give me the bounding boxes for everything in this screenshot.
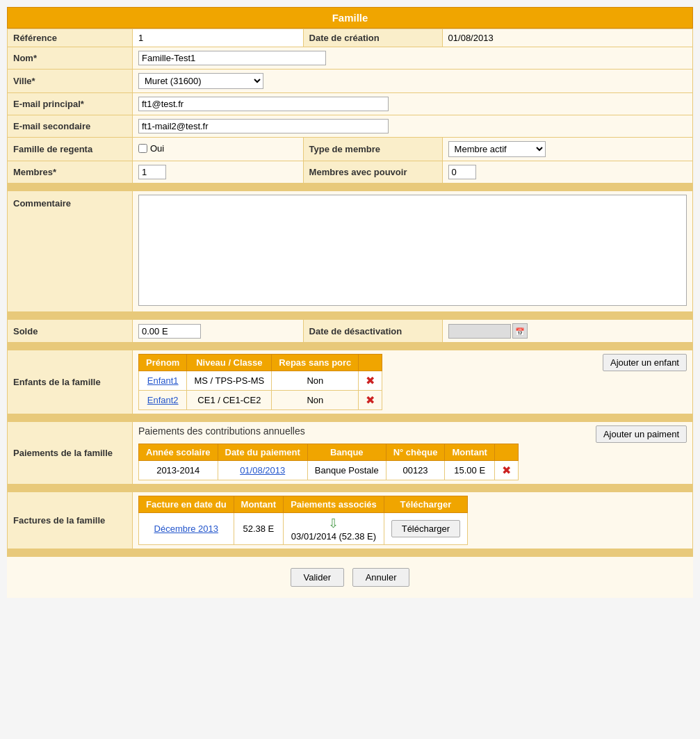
paiements-col-date: Date du paiement — [218, 444, 307, 461]
telecharger-button[interactable]: Télécharger — [391, 520, 460, 537]
commentaire-cell — [133, 191, 693, 312]
paiements-title: Paiements des contributions annuelles — [138, 425, 519, 437]
table-row: Décembre 2013 52.38 E ⇩ 03/01/2014 (52.3… — [139, 513, 468, 545]
membres-pouvoir-label: Membres avec pouvoir — [303, 161, 442, 184]
paiement1-banque: Banque Postale — [307, 461, 386, 480]
type-membre-select[interactable]: Membre actif — [448, 141, 546, 157]
table-row: Enfant2 CE1 / CE1-CE2 Non ✖ — [139, 391, 382, 410]
reference-value: 1 — [133, 29, 304, 47]
enfants-table: Prénom Niveau / Classe Repas sans porc E… — [138, 354, 382, 410]
ville-select[interactable]: Muret (31600) — [138, 73, 263, 89]
facture1-date[interactable]: Décembre 2013 — [154, 523, 219, 534]
membres-pouvoir-input[interactable] — [448, 165, 476, 179]
solde-label: Solde — [8, 320, 133, 343]
factures-table: Facture en date du Montant Paiements ass… — [138, 496, 468, 545]
calendar-icon[interactable]: 📅 — [512, 323, 528, 339]
table-row: Enfant1 MS / TPS-PS-MS Non ✖ — [139, 371, 382, 391]
enfant2-repas: Non — [272, 391, 359, 410]
commentaire-label: Commentaire — [8, 191, 133, 312]
paiements-table: Année scolaire Date du paiement Banque N… — [138, 444, 519, 480]
facture1-montant: 52.38 E — [234, 513, 284, 545]
membres-cell — [133, 161, 304, 184]
nom-input[interactable] — [138, 51, 326, 65]
enfant1-niveau: MS / TPS-PS-MS — [187, 371, 272, 391]
bottom-buttons-container: Valider Annuler — [7, 557, 693, 598]
paiements-col-montant: Montant — [445, 444, 495, 461]
commentaire-textarea[interactable] — [138, 195, 687, 306]
type-membre-cell: Membre actif — [442, 138, 692, 161]
enfants-col-repas: Repas sans porc — [272, 355, 359, 371]
type-membre-label: Type de membre — [303, 138, 442, 161]
ville-cell: Muret (31600) — [133, 70, 693, 93]
email-principal-input[interactable] — [138, 97, 389, 111]
enfants-col-action — [359, 355, 382, 371]
enfant2-delete-icon[interactable]: ✖ — [366, 394, 375, 406]
solde-cell — [133, 320, 304, 343]
email-principal-cell — [133, 93, 693, 115]
paiement1-cheque: 00123 — [386, 461, 445, 480]
facture1-paiements: ⇩ 03/01/2014 (52.38 E) — [284, 513, 384, 545]
page-title: Famille — [7, 7, 693, 29]
paiement1-montant: 15.00 E — [445, 461, 495, 480]
enfant2-prenom[interactable]: Enfant2 — [147, 395, 179, 405]
paiements-col-action — [494, 444, 518, 461]
famille-regenta-label: Famille de regenta — [8, 138, 133, 161]
date-desactivation-cell: 📅 — [442, 320, 692, 343]
enfant1-delete-icon[interactable]: ✖ — [366, 375, 375, 387]
table-row: 2013-2014 01/08/2013 Banque Postale 0012… — [139, 461, 519, 480]
membres-input[interactable] — [138, 165, 166, 179]
paiements-download-icon: ⇩ — [291, 516, 377, 531]
ajouter-paiement-button[interactable]: Ajouter un paiment — [596, 425, 687, 443]
email-principal-label: E-mail principal* — [8, 93, 133, 115]
ajouter-enfant-button[interactable]: Ajouter un enfant — [603, 354, 687, 371]
factures-label: Factures de la famille — [8, 492, 133, 549]
reference-label: Référence — [8, 29, 133, 47]
paiements-label: Paiements de la famille — [8, 422, 133, 485]
email-secondaire-input[interactable] — [138, 119, 389, 133]
date-desactivation-label: Date de désactivation — [303, 320, 442, 343]
paiement1-annee: 2013-2014 — [139, 461, 218, 480]
enfants-col-prenom: Prénom — [139, 355, 187, 371]
annuler-button[interactable]: Annuler — [352, 568, 410, 587]
factures-col-date: Facture en date du — [139, 496, 234, 513]
enfants-label: Enfants de la famille — [8, 350, 133, 414]
solde-input[interactable] — [138, 324, 201, 339]
ville-label: Ville* — [8, 70, 133, 93]
enfant2-niveau: CE1 / CE1-CE2 — [187, 391, 272, 410]
famille-regenta-checkbox[interactable] — [138, 144, 147, 153]
enfants-col-niveau: Niveau / Classe — [187, 355, 272, 371]
date-desactivation-input[interactable] — [448, 324, 511, 339]
paiements-content: Paiements des contributions annuelles An… — [133, 422, 693, 485]
paiements-col-banque: Banque — [307, 444, 386, 461]
paiement1-delete-icon[interactable]: ✖ — [502, 464, 511, 476]
paiements-col-annee: Année scolaire — [139, 444, 218, 461]
factures-content: Facture en date du Montant Paiements ass… — [133, 492, 693, 549]
membres-pouvoir-cell — [442, 161, 692, 184]
paiements-col-cheque: N° chèque — [386, 444, 445, 461]
email-secondaire-label: E-mail secondaire — [8, 115, 133, 138]
valider-button[interactable]: Valider — [291, 568, 345, 587]
paiement1-date[interactable]: 01/08/2013 — [240, 465, 285, 476]
membres-label: Membres* — [8, 161, 133, 184]
enfant1-repas: Non — [272, 371, 359, 391]
email-secondaire-cell — [133, 115, 693, 138]
factures-col-telecharger: Télécharger — [384, 496, 467, 513]
facture1-telecharger-cell: Télécharger — [384, 513, 467, 545]
nom-label: Nom* — [8, 47, 133, 70]
enfants-content: Prénom Niveau / Classe Repas sans porc E… — [133, 350, 693, 414]
famille-regenta-cell: Oui — [133, 138, 304, 161]
nom-cell — [133, 47, 693, 70]
date-creation-value: 01/08/2013 — [442, 29, 692, 47]
factures-col-paiements: Paiements associés — [284, 496, 384, 513]
oui-text: Oui — [150, 143, 164, 154]
date-creation-label: Date de création — [303, 29, 442, 47]
factures-col-montant: Montant — [234, 496, 284, 513]
enfant1-prenom[interactable]: Enfant1 — [147, 375, 179, 386]
